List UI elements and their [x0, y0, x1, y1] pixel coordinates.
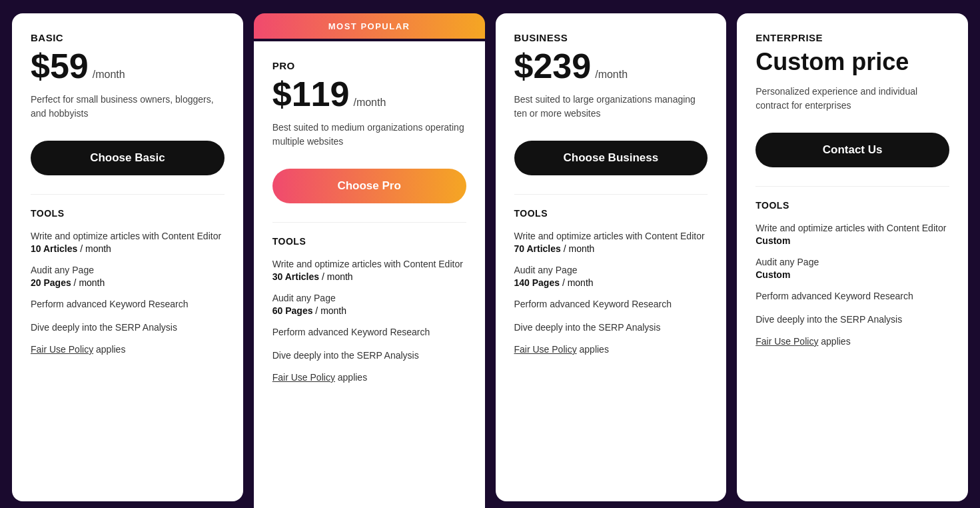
tool-item-enterprise-2: Perform advanced Keyword Research [755, 289, 949, 303]
plan-name-basic: BASIC [31, 32, 225, 43]
tool-text-basic-2: Perform advanced Keyword Research [31, 297, 225, 311]
plan-name-pro: PRO [272, 60, 466, 71]
plan-card-pro: PRO $119 /month Best suited to medium or… [254, 41, 485, 508]
tool-item-enterprise-3: Dive deeply into the SERP Analysis [755, 313, 949, 327]
choose-pro-button[interactable]: Choose Pro [272, 169, 466, 203]
tool-text-business-0: Write and optimize articles with Content… [514, 229, 708, 243]
plan-price-business: $239 /month [514, 49, 708, 83]
tool-text-basic-3: Dive deeply into the SERP Analysis [31, 321, 225, 335]
tools-label-enterprise: TOOLS [755, 200, 949, 211]
tool-item-enterprise-0: Write and optimize articles with Content… [755, 221, 949, 246]
plan-description-basic: Perfect for small business owners, blogg… [31, 93, 225, 126]
tool-item-business-3: Dive deeply into the SERP Analysis [514, 321, 708, 335]
plan-card-business: BUSINESS $239 /month Best suited to larg… [496, 13, 727, 501]
plan-description-business: Best suited to large organizations manag… [514, 93, 708, 126]
most-popular-badge: MOST POPULAR [254, 13, 485, 39]
plan-description-pro: Best suited to medium organizations oper… [272, 121, 466, 154]
plan-price-pro: $119 /month [272, 77, 466, 111]
tool-quantity-business-0: 70 Articles / month [514, 243, 708, 254]
tool-item-basic-1: Audit any Page 20 Pages / month [31, 263, 225, 288]
tool-text-business-3: Dive deeply into the SERP Analysis [514, 321, 708, 335]
price-amount-basic: $59 [31, 49, 89, 83]
tool-quantity-enterprise-1: Custom [755, 269, 949, 280]
plan-card-enterprise: ENTERPRISE Custom price Personalized exp… [737, 13, 968, 501]
plan-name-enterprise: ENTERPRISE [755, 32, 949, 43]
tool-item-pro-1: Audit any Page 60 Pages / month [272, 291, 466, 316]
tool-item-business-0: Write and optimize articles with Content… [514, 229, 708, 254]
tool-quantity-enterprise-0: Custom [755, 235, 949, 246]
tool-text-business-1: Audit any Page [514, 263, 708, 277]
tool-text-pro-3: Dive deeply into the SERP Analysis [272, 349, 466, 363]
tool-item-enterprise-1: Audit any Page Custom [755, 255, 949, 280]
plan-business: BUSINESS $239 /month Best suited to larg… [490, 13, 732, 501]
plan-description-enterprise: Personalized experience and individual c… [755, 85, 949, 118]
price-period-pro: /month [353, 97, 386, 109]
tool-text-enterprise-3: Dive deeply into the SERP Analysis [755, 313, 949, 327]
tool-text-pro-2: Perform advanced Keyword Research [272, 325, 466, 339]
tool-quantity-basic-0: 10 Articles / month [31, 243, 225, 254]
most-popular-label: MOST POPULAR [328, 21, 410, 31]
price-custom-enterprise: Custom price [755, 49, 909, 75]
plan-price-basic: $59 /month [31, 49, 225, 83]
tools-section-business: TOOLS Write and optimize articles with C… [514, 194, 708, 355]
tool-text-basic-0: Write and optimize articles with Content… [31, 229, 225, 243]
tool-quantity-pro-1: 60 Pages / month [272, 305, 466, 316]
tool-item-pro-3: Dive deeply into the SERP Analysis [272, 349, 466, 363]
tool-text-business-2: Perform advanced Keyword Research [514, 297, 708, 311]
tools-section-enterprise: TOOLS Write and optimize articles with C… [755, 186, 949, 347]
tool-text-enterprise-1: Audit any Page [755, 255, 949, 269]
tool-item-business-1: Audit any Page 140 Pages / month [514, 263, 708, 288]
contact-us-button[interactable]: Contact Us [755, 133, 949, 167]
tool-text-pro-1: Audit any Page [272, 291, 466, 305]
tools-label-business: TOOLS [514, 208, 708, 219]
tool-text-pro-0: Write and optimize articles with Content… [272, 257, 466, 271]
tools-label-basic: TOOLS [31, 208, 225, 219]
tool-quantity-basic-1: 20 Pages / month [31, 277, 225, 288]
tool-item-pro-0: Write and optimize articles with Content… [272, 257, 466, 282]
tool-quantity-pro-0: 30 Articles / month [272, 271, 466, 282]
pricing-grid: BASIC $59 /month Perfect for small busin… [0, 0, 980, 508]
tool-text-enterprise-2: Perform advanced Keyword Research [755, 289, 949, 303]
fair-use-link-pro[interactable]: Fair Use Policy [272, 372, 335, 383]
tool-item-basic-3: Dive deeply into the SERP Analysis [31, 321, 225, 335]
tool-text-basic-1: Audit any Page [31, 263, 225, 277]
tools-section-pro: TOOLS Write and optimize articles with C… [272, 222, 466, 383]
fair-use-basic: Fair Use Policy applies [31, 344, 225, 355]
price-amount-business: $239 [514, 49, 592, 83]
tool-item-basic-0: Write and optimize articles with Content… [31, 229, 225, 254]
plan-price-enterprise: Custom price [755, 49, 949, 75]
tool-text-enterprise-0: Write and optimize articles with Content… [755, 221, 949, 235]
plan-basic: BASIC $59 /month Perfect for small busin… [7, 13, 248, 501]
tool-item-basic-2: Perform advanced Keyword Research [31, 297, 225, 311]
tools-section-basic: TOOLS Write and optimize articles with C… [31, 194, 225, 355]
plan-card-basic: BASIC $59 /month Perfect for small busin… [12, 13, 243, 501]
plan-name-business: BUSINESS [514, 32, 708, 43]
price-amount-pro: $119 [272, 77, 350, 111]
tools-label-pro: TOOLS [272, 236, 466, 247]
fair-use-link-basic[interactable]: Fair Use Policy [31, 344, 93, 355]
tool-item-business-2: Perform advanced Keyword Research [514, 297, 708, 311]
tool-quantity-business-1: 140 Pages / month [514, 277, 708, 288]
fair-use-link-business[interactable]: Fair Use Policy [514, 344, 577, 355]
plan-pro: MOST POPULAR PRO $119 /month Best suited… [248, 13, 490, 501]
choose-business-button[interactable]: Choose Business [514, 141, 708, 175]
fair-use-enterprise: Fair Use Policy applies [755, 336, 949, 347]
fair-use-link-enterprise[interactable]: Fair Use Policy [755, 336, 818, 347]
fair-use-business: Fair Use Policy applies [514, 344, 708, 355]
fair-use-pro: Fair Use Policy applies [272, 372, 466, 383]
plan-enterprise: ENTERPRISE Custom price Personalized exp… [732, 13, 973, 501]
tool-item-pro-2: Perform advanced Keyword Research [272, 325, 466, 339]
price-period-business: /month [595, 69, 628, 81]
choose-basic-button[interactable]: Choose Basic [31, 141, 225, 175]
price-period-basic: /month [93, 69, 125, 81]
